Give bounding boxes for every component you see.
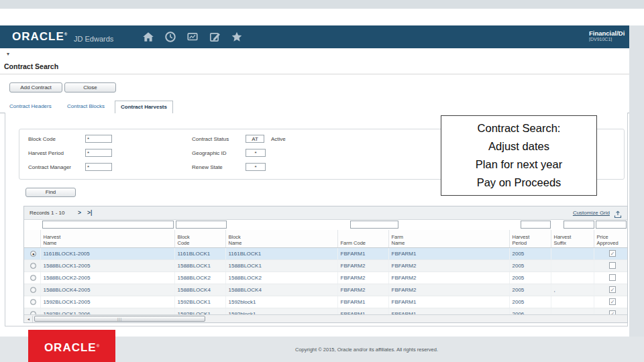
cell-block-code: 1161BLOCK1 <box>174 247 225 259</box>
records-count: Records 1 - 10 <box>30 210 64 216</box>
harvest-period-label: Harvest Period <box>28 150 64 156</box>
registered-mark: ® <box>97 344 99 348</box>
cell-farm-code: FBFARM2 <box>337 259 388 272</box>
farm-code-filter-input[interactable] <box>350 221 398 229</box>
environment-info: Financial/Di [DV910C1] <box>589 29 629 42</box>
renew-state-input[interactable] <box>246 163 266 171</box>
grid-filter-row <box>24 220 627 230</box>
cell-block-name: 1592block1 <box>225 296 337 308</box>
table-row[interactable]: 1588BLOCK4-2005 1588BLOCK4 1588BLOCK4 FB… <box>24 284 628 296</box>
row-select-radio[interactable] <box>30 263 36 269</box>
block-code-filter-input[interactable] <box>176 221 227 229</box>
col-farm-name[interactable]: Farm Name <box>388 230 509 247</box>
next-page-icon[interactable]: > <box>78 209 81 216</box>
breadcrumb-dropdown-icon[interactable]: ▾ <box>7 51 9 57</box>
table-header-row: Harvest Name Block Code Block Name Farm … <box>24 230 628 247</box>
harvest-period-filter-input[interactable] <box>521 221 551 229</box>
row-select-radio[interactable]: ● <box>30 251 36 257</box>
cell-block-name: 1588BLOCK1 <box>225 259 337 272</box>
col-block-code[interactable]: Block Code <box>174 230 225 247</box>
row-select-radio[interactable] <box>30 299 36 305</box>
scrollbar-thumb[interactable]: ||| <box>34 316 205 322</box>
horizontal-scrollbar[interactable]: ◄ ||| <box>24 314 627 322</box>
report-icon[interactable] <box>186 31 199 43</box>
cell-harvest-period: 2005 <box>509 272 551 284</box>
harvest-name-filter-input[interactable] <box>42 221 174 229</box>
harvest-period-input[interactable] <box>85 149 112 157</box>
price-approved-filter-input[interactable] <box>596 221 627 229</box>
col-block-name[interactable]: Block Name <box>225 230 337 247</box>
slide-top-band <box>0 0 644 9</box>
cell-block-code: 1588BLOCK2 <box>174 272 225 284</box>
recent-activity-icon[interactable] <box>164 31 176 43</box>
price-approved-checkbox[interactable]: ✓ <box>609 286 616 293</box>
header-nav-icons <box>142 31 243 43</box>
price-approved-checkbox[interactable] <box>609 274 616 281</box>
price-approved-checkbox[interactable]: ✓ <box>609 298 616 305</box>
table-row[interactable]: 1588BLOCK1-2005 1588BLOCK1 1588BLOCK1 FB… <box>24 259 628 272</box>
last-page-icon[interactable]: >| <box>87 209 92 216</box>
row-select-radio[interactable] <box>30 275 36 281</box>
cell-farm-name: FBFARM2 <box>388 272 509 284</box>
cell-harvest-suffix: , <box>551 284 594 296</box>
compose-icon[interactable] <box>209 31 221 43</box>
environment-code: [DV910C1] <box>589 37 629 42</box>
callout-line: Pay on Proceeds <box>441 174 596 192</box>
block-code-label: Block Code <box>28 136 56 142</box>
harvest-suffix-filter-input[interactable] <box>564 221 594 229</box>
table-row[interactable]: ● 1161BLOCK1-2005 1161BLOCK1 1161BLOCK1 … <box>24 247 628 259</box>
block-code-input[interactable] <box>85 135 112 143</box>
favorites-icon[interactable] <box>231 31 243 43</box>
add-contract-button[interactable]: Add Contract <box>9 82 62 93</box>
tab-contract-harvests[interactable]: Contract Harvests <box>115 101 173 113</box>
col-harvest-name[interactable]: Harvest Name <box>40 230 174 247</box>
price-approved-checkbox[interactable]: ✓ <box>609 250 616 257</box>
table-row[interactable]: 1592BLOCK1-2005 1592BLOCK1 1592block1 FB… <box>24 296 628 308</box>
geographic-id-input[interactable] <box>246 149 266 157</box>
tab-contract-blocks[interactable]: Contract Blocks <box>67 103 105 109</box>
home-icon[interactable] <box>142 31 154 43</box>
cell-block-code: 1592BLOCK1 <box>174 296 225 308</box>
title-divider <box>0 74 629 74</box>
cell-block-name: 1588BLOCK4 <box>225 284 337 296</box>
results-grid: Records 1 - 10 > >| Customize Grid Harve… <box>23 206 628 323</box>
cell-block-name: 1161BLOCK1 <box>225 247 337 259</box>
environment-name: Financial/Di <box>589 29 629 37</box>
cell-farm-code: FBFARM2 <box>337 284 388 296</box>
jd-edwards-label: JD Edwards <box>74 35 113 43</box>
cell-farm-name: FBFARM1 <box>388 296 509 308</box>
col-price-approved[interactable]: Price Approved <box>594 230 628 247</box>
cell-farm-name: FBFARM2 <box>388 259 509 272</box>
cell-harvest-period: 2005 <box>509 296 551 308</box>
col-harvest-period[interactable]: Harvest Period <box>509 230 551 247</box>
col-farm-code[interactable]: Farm Code <box>337 230 388 247</box>
col-harvest-suffix[interactable]: Harvest Suffix <box>551 230 594 247</box>
contract-status-description: Active <box>271 136 286 142</box>
contract-status-input[interactable] <box>246 135 264 143</box>
find-button[interactable]: Find <box>25 188 76 197</box>
price-approved-checkbox[interactable] <box>609 262 616 269</box>
tab-contract-headers[interactable]: Contract Headers <box>9 103 52 109</box>
select-column-header <box>24 230 40 247</box>
customize-grid-link[interactable]: Customize Grid <box>573 210 610 216</box>
cell-farm-code: FBFARM2 <box>337 272 388 284</box>
app-header-bar: ORACLE® JD Edwards Financial/Di [DV910C1… <box>0 25 629 48</box>
oracle-footer-logo: ORACLE® <box>28 330 115 362</box>
scroll-left-arrow-icon[interactable]: ◄ <box>25 316 33 322</box>
row-select-radio[interactable] <box>30 287 36 293</box>
callout-line: Contract Search: <box>441 119 596 137</box>
cell-block-name: 1588BLOCK2 <box>225 272 337 284</box>
renew-state-label: Renew State <box>192 164 223 170</box>
cell-harvest-suffix <box>551 272 594 284</box>
close-button[interactable]: Close <box>64 82 116 93</box>
annotation-callout: Contract Search: Adjust dates Plan for n… <box>441 115 597 196</box>
cell-harvest-suffix <box>551 296 594 308</box>
cell-harvest-name: 1588BLOCK2-2005 <box>40 272 174 284</box>
cell-harvest-suffix <box>551 259 594 272</box>
contract-manager-input[interactable] <box>85 163 112 171</box>
results-table: Harvest Name Block Code Block Name Farm … <box>24 230 628 320</box>
page-title: Contract Search <box>4 62 58 70</box>
table-row[interactable]: 1588BLOCK2-2005 1588BLOCK2 1588BLOCK2 FB… <box>24 272 628 284</box>
grid-toolbar: Records 1 - 10 > >| Customize Grid <box>24 206 627 220</box>
cell-farm-name: FBFARM2 <box>388 284 509 296</box>
